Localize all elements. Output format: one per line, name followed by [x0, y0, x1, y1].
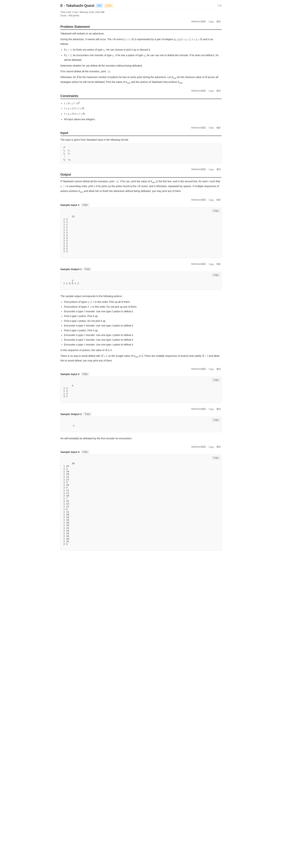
input-section: Input The input is given from Standard I…	[60, 131, 222, 163]
output-title: Output	[60, 173, 222, 178]
s1e-p1: In this sequence of actions, the value o…	[60, 348, 222, 352]
sample1-inline-copy[interactable]: Copy	[212, 209, 220, 212]
input-title: Input	[60, 131, 222, 136]
sample-output2-section: Sample Output 2 Copy Copy -1	[60, 412, 222, 432]
s1e-action-2: Find potions of types 3, 2 in this order…	[64, 305, 222, 309]
s2e-p1: He will inevitably be defeated by the fi…	[60, 436, 222, 441]
time-memory-limit: Time Limit: 2 sec / Memory Limit: 1024 M…	[60, 11, 222, 13]
translate-btn-sample3[interactable]: 翻訳	[216, 445, 222, 449]
sample3-actions: MarkDown図面 Copy 翻訳	[60, 445, 222, 449]
sample2-inline-copy[interactable]: Copy	[212, 378, 220, 381]
constraint-3: 1 ≤ xi ≤ N (1 ≤ i ≤ N)	[64, 112, 222, 117]
input-actions: MarkDown図面 Copy 翻訳	[60, 126, 222, 130]
ps-bullet2: If ti = 2, he encounters one monster of …	[64, 53, 222, 62]
tag-translate[interactable]: 文清谷	[104, 4, 113, 7]
translate-btn-problem[interactable]: 翻訳	[216, 20, 222, 24]
s1e-action-1: Find potions of types 2, 3, 1 in this or…	[64, 300, 222, 304]
problem-statement-title: Problem Statement	[60, 25, 222, 30]
s1e-action-5: Find a type-3 potion. Do not pick it up.	[64, 319, 222, 323]
copy-btn-input[interactable]: Copy	[208, 126, 214, 130]
s1e-action-6: Encounter a type-3 monster. Use one type…	[64, 323, 222, 328]
sample-output2-label: Sample Output 2 Copy	[60, 412, 222, 415]
markdown-btn-sout1[interactable]: MarkDown図面	[190, 262, 207, 266]
sample1-explanation: The sample output corresponds to the fol…	[60, 294, 222, 363]
ps-bullet1: If ti = 1, he finds one potion of type x…	[64, 48, 222, 53]
ps-p3: Determine whether he can defeat all the …	[60, 64, 222, 68]
ps-bullet-list: If ti = 1, he finds one potion of type x…	[64, 48, 222, 62]
markdown-btn-sample1[interactable]: MarkDown図面	[190, 198, 207, 202]
markdown-btn-sample2[interactable]: MarkDown図面	[190, 367, 207, 371]
tag-solution[interactable]: 題解	[96, 4, 103, 7]
s1e-action-7: Find a type-3 potion. Pick it up.	[64, 329, 222, 333]
translate-btn-input[interactable]: 翻訳	[216, 126, 222, 130]
sample-output1-inline-copy[interactable]: Copy	[212, 273, 220, 277]
input-format-block: N t1 x1 t2 x2 ⋮ tN xN	[60, 144, 222, 163]
sample1-section: Sample Input 1 Copy Copy 13 1 2 1 3 1 1 …	[60, 203, 222, 258]
sample-output2-copy-btn[interactable]: Copy	[83, 412, 92, 415]
copy-btn-constraints[interactable]: Copy	[208, 89, 214, 93]
copy-btn-sample2-bar[interactable]: Copy	[208, 367, 214, 371]
sample3-inline-copy[interactable]: Copy	[212, 456, 220, 459]
sample3-section: Sample Input 3 Copy Copy 30 1 25 1 2 1 1…	[60, 450, 222, 551]
sample2-explanation: He will inevitably be defeated by the fi…	[60, 436, 222, 441]
copy-btn-sample1-bar[interactable]: Copy	[208, 198, 214, 202]
star-rating[interactable]: */ 自	[217, 4, 222, 7]
copy-btn-sout2-bar[interactable]: Copy	[208, 407, 214, 411]
ps-p1: Takahashi will embark on an adventure.	[60, 32, 222, 36]
s1e-action-8: Encounter a type-2 monster. Use one type…	[64, 333, 222, 337]
problem-statement-section: Problem Statement Takahashi will embark …	[60, 25, 222, 85]
translate-btn-constraints[interactable]: 翻訳	[216, 89, 222, 93]
translate-btn-sample1[interactable]: 翻訳	[216, 198, 222, 202]
sample2-copy-btn[interactable]: Copy	[81, 372, 89, 376]
copy-btn-problem[interactable]: Copy	[208, 20, 214, 24]
markdown-btn-sout2[interactable]: MarkDown図面	[190, 407, 207, 411]
sample2-actions: MarkDown図面 Copy 翻訳	[60, 367, 222, 371]
title-bar: E - Takahashi Quest 題解 文清谷 */ 自	[60, 4, 222, 10]
sample2-code: Copy 4 2 3 1 3 1 4 3 2	[60, 377, 222, 403]
s1e-actions-list: Find potions of types 2, 3, 1 in this or…	[64, 300, 222, 347]
ps-p2: During the adventure, N events will occu…	[60, 37, 222, 46]
s1e-action-10: Encounter a type-1 monster. Use one type…	[64, 343, 222, 347]
markdown-btn-output[interactable]: MarkDown図面	[190, 167, 207, 171]
score-info: Score : 450 points	[60, 14, 222, 17]
markdown-btn-constraints[interactable]: MarkDown図面	[190, 89, 207, 93]
constraint-2: 1 ≤ ti ≤ 2 (1 ≤ i ≤ N)	[64, 106, 222, 111]
page-title: E - Takahashi Quest	[60, 4, 95, 8]
s1e-action-4: Find a type-3 potion. Pick it up.	[64, 314, 222, 318]
translate-btn-sout2[interactable]: 翻訳	[216, 407, 222, 411]
sample3-code: Copy 30 1 25 1 2 1 19 1 18 2 11 1 21 1 5…	[60, 455, 222, 551]
output-actions: MarkDown図面 Copy 翻訳	[60, 167, 222, 171]
sample-output1-code: Copy 3 1 1 0 0 1 1	[60, 272, 222, 290]
ps-p4: If he cannot defeat all the monsters, pr…	[60, 69, 222, 74]
constraint-1: 1 ≤ N ≤ 2 × 105	[64, 101, 222, 105]
sample-output2-inline-copy[interactable]: Copy	[212, 418, 220, 422]
sample-output1-actions: MarkDown図面 Copy 翻訳	[60, 262, 222, 266]
input-p1: The input is given from Standard Input i…	[60, 138, 222, 142]
sample2-label: Sample Input 2 Copy	[60, 372, 222, 376]
markdown-btn-sample3[interactable]: MarkDown図面	[190, 445, 207, 449]
translate-btn-sample2[interactable]: 翻訳	[216, 367, 222, 371]
sample-output1-copy-btn[interactable]: Copy	[83, 268, 92, 271]
copy-btn-sout1-bar[interactable]: Copy	[208, 262, 214, 266]
s1e-action-9: Encounter a type-3 monster. Use one type…	[64, 338, 222, 342]
copy-btn-sample3-bar[interactable]: Copy	[208, 445, 214, 449]
markdown-btn-input[interactable]: MarkDown図面	[190, 126, 207, 130]
s1e-p2: There is no way to avoid defeat with K̄ …	[60, 354, 222, 363]
sample-output1-label: Sample Output 1 Copy	[60, 268, 222, 271]
translate-btn-output[interactable]: 翻訳	[216, 167, 222, 171]
sample1-copy-btn[interactable]: Copy	[81, 203, 89, 207]
s1e-action-3: Encounter a type-3 monster. Use one type…	[64, 309, 222, 314]
sample-output1-section: Sample Output 1 Copy Copy 3 1 1 0 0 1 1	[60, 268, 222, 290]
sample1-label: Sample Input 1 Copy	[60, 203, 222, 207]
s1e-intro: The sample output corresponds to the fol…	[60, 294, 222, 299]
translate-btn-sout1[interactable]: 翻訳	[216, 262, 222, 266]
problem-statement-actions: MarkDown図面 Copy 翻訳	[60, 20, 222, 24]
constraints-title: Constraints	[60, 94, 222, 99]
constraints-actions: MarkDown図面 Copy 翻訳	[60, 89, 222, 93]
copy-btn-output[interactable]: Copy	[208, 167, 214, 171]
markdown-btn-problem[interactable]: MarkDown図面	[190, 20, 207, 24]
constraints-list: 1 ≤ N ≤ 2 × 105 1 ≤ ti ≤ 2 (1 ≤ i ≤ N) 1…	[64, 101, 222, 122]
sample2-section: Sample Input 2 Copy Copy 4 2 3 1 3 1 4 3…	[60, 372, 222, 403]
sample-output2-actions: MarkDown図面 Copy 翻訳	[60, 407, 222, 411]
sample3-copy-btn[interactable]: Copy	[81, 450, 89, 454]
